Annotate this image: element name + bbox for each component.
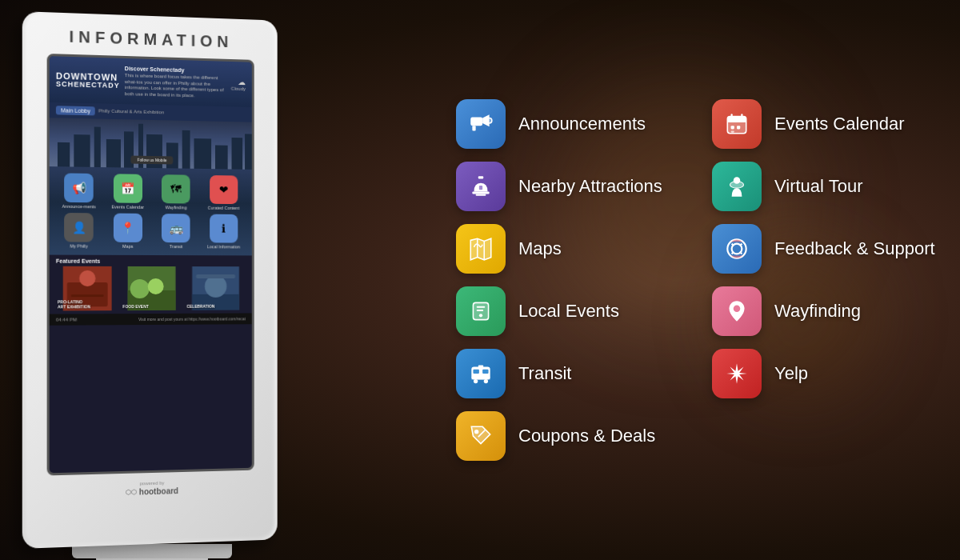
screen-url: Visit more and post yours at https://www… xyxy=(138,317,246,322)
svg-point-65 xyxy=(734,306,741,313)
mini-app-events-cal[interactable]: 📅 Events Calendar xyxy=(105,174,150,210)
menu-item-nearby[interactable]: Nearby Attractions xyxy=(456,162,680,211)
svg-rect-51 xyxy=(727,120,746,122)
virtual-tour-svg xyxy=(723,173,750,200)
featured-card-3-label: CELEBRATION xyxy=(186,304,214,309)
screen-header: DOWNTOWN SCHENECTADY Discover Schenectad… xyxy=(50,56,252,107)
svg-rect-0 xyxy=(58,142,70,167)
svg-point-58 xyxy=(730,182,744,189)
yelp-svg xyxy=(723,360,750,387)
coupons-icon xyxy=(456,411,506,461)
mini-app-curated[interactable]: ❤ Curated Content xyxy=(202,175,246,211)
menu-right-column: Events Calendar Virtual Tour xyxy=(712,99,936,461)
follow-button[interactable]: Follow us Mobile xyxy=(130,156,173,165)
menu-item-local-events[interactable]: Local Events xyxy=(456,286,680,336)
svg-rect-41 xyxy=(473,370,478,374)
svg-rect-38 xyxy=(477,310,484,311)
menu-left-column: Announcements Nearby Attractions xyxy=(456,99,680,461)
yelp-label: Yelp xyxy=(774,363,808,384)
svg-point-39 xyxy=(479,314,482,317)
coupons-label: Coupons & Deals xyxy=(518,426,655,446)
menu-item-announcements[interactable]: Announcements xyxy=(456,99,680,149)
svg-point-20 xyxy=(148,278,164,294)
svg-point-23 xyxy=(205,275,226,298)
mini-app-maps[interactable]: 📍 Maps xyxy=(105,213,150,249)
maps-icon xyxy=(456,224,506,274)
announcements-svg xyxy=(467,110,494,138)
svg-rect-46 xyxy=(478,365,483,367)
nearby-icon xyxy=(456,162,506,211)
feedback-icon xyxy=(712,224,762,274)
local-events-svg xyxy=(467,298,494,325)
svg-rect-37 xyxy=(477,306,486,308)
announcements-label: Announcements xyxy=(518,114,646,134)
menu-item-wayfinding[interactable]: Wayfinding xyxy=(712,286,936,336)
announcements-icon xyxy=(456,99,506,149)
featured-card-2-label: FOOD EVENT xyxy=(122,304,149,309)
local-events-icon xyxy=(456,286,506,336)
events-calendar-label: Events Calendar xyxy=(774,114,905,134)
mini-app-myphilly[interactable]: 👤 My Philly xyxy=(56,212,102,248)
wayfinding-icon xyxy=(712,286,762,336)
feedback-svg xyxy=(723,235,750,262)
svg-point-59 xyxy=(727,239,746,258)
screen-header-info: Discover Schenectady This is where board… xyxy=(125,65,226,100)
transit-svg xyxy=(467,360,494,387)
yelp-icon xyxy=(712,349,762,398)
menu-item-events-calendar[interactable]: Events Calendar xyxy=(712,99,936,149)
kiosk-screen: DOWNTOWN SCHENECTADY Discover Schenectad… xyxy=(47,54,254,475)
mini-app-transit[interactable]: 🚌 Transit xyxy=(154,214,198,250)
screen-apps: 📢 Announce-ments 📅 Events Calendar 🗺 Way… xyxy=(50,166,252,256)
featured-card-3[interactable]: CELEBRATION xyxy=(185,266,246,310)
svg-rect-25 xyxy=(470,118,482,126)
virtual-tour-icon xyxy=(712,162,762,211)
transit-label: Transit xyxy=(518,363,571,384)
svg-point-15 xyxy=(79,270,95,286)
svg-rect-54 xyxy=(731,126,734,129)
kiosk-base xyxy=(72,544,232,558)
virtual-tour-label: Virtual Tour xyxy=(774,176,862,197)
nearby-label: Nearby Attractions xyxy=(518,176,662,197)
svg-rect-42 xyxy=(482,370,488,374)
screen-weather: ☁ Cloudy xyxy=(231,78,246,91)
screen-footer: 04:44 PM Visit more and post yours at ht… xyxy=(50,314,252,326)
menu-item-coupons[interactable]: Coupons & Deals xyxy=(456,411,680,461)
menu-item-virtual-tour[interactable]: Virtual Tour xyxy=(712,162,936,211)
maps-svg xyxy=(467,235,494,262)
svg-rect-1 xyxy=(74,134,90,167)
mini-app-wayfinding[interactable]: 🗺 Wayfinding xyxy=(154,174,198,210)
svg-rect-55 xyxy=(737,126,740,129)
mini-app-local-info[interactable]: ℹ Local Information xyxy=(202,214,246,250)
mini-app-announcements[interactable]: 📢 Announce-ments xyxy=(56,173,102,210)
featured-card-1[interactable]: PRO-LATINOART EXHIBITION xyxy=(56,266,118,311)
kiosk-body: INFORMATION DOWNTOWN SCHENECTADY Discove… xyxy=(22,11,278,549)
location-tag: Main Lobby xyxy=(56,106,95,115)
nearby-svg xyxy=(467,173,494,200)
featured-cards: PRO-LATINOART EXHIBITION FOOD EVENT xyxy=(56,266,246,311)
svg-rect-56 xyxy=(731,131,734,133)
events-calendar-svg xyxy=(723,110,750,138)
feedback-label: Feedback & Support xyxy=(774,238,935,259)
menu-item-transit[interactable]: Transit xyxy=(456,349,680,398)
svg-rect-32 xyxy=(479,186,482,190)
city-bg: Follow us Mobile xyxy=(50,118,252,170)
menu-item-maps[interactable]: Maps xyxy=(456,224,680,274)
screen-time: 04:44 PM xyxy=(56,318,77,322)
hootboard-icon: ⬡⬡ xyxy=(126,489,137,496)
menu-container: Announcements Nearby Attractions xyxy=(456,99,936,461)
svg-rect-24 xyxy=(196,274,235,278)
kiosk: INFORMATION DOWNTOWN SCHENECTADY Discove… xyxy=(24,16,280,560)
screen-logo: DOWNTOWN SCHENECTADY xyxy=(56,70,120,90)
menu-item-feedback[interactable]: Feedback & Support xyxy=(712,224,936,274)
svg-rect-10 xyxy=(215,145,228,169)
local-events-label: Local Events xyxy=(518,301,619,322)
svg-rect-31 xyxy=(476,194,486,196)
featured-card-2[interactable]: FOOD EVENT xyxy=(121,266,182,310)
svg-point-45 xyxy=(484,379,488,383)
events-calendar-icon xyxy=(712,99,762,149)
menu-item-yelp[interactable]: Yelp xyxy=(712,349,936,398)
featured-card-1-label: PRO-LATINOART EXHIBITION xyxy=(58,299,90,309)
svg-rect-27 xyxy=(472,126,475,130)
svg-rect-12 xyxy=(245,134,252,170)
coupons-svg xyxy=(467,422,494,450)
